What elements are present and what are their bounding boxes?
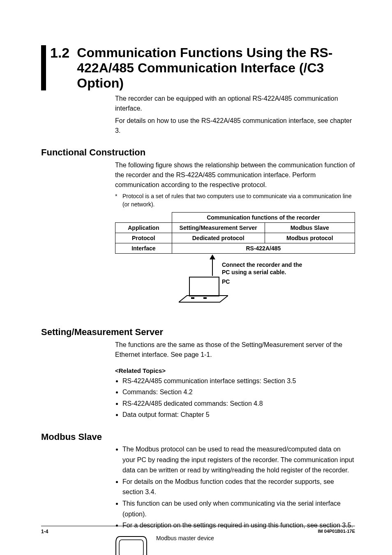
functional-body: The following figure shows the relations… bbox=[115, 160, 355, 190]
list-item: This function can be used only when comm… bbox=[122, 498, 355, 519]
diagram-pc-connection: Connect the recorder and the PC using a … bbox=[115, 254, 355, 315]
table-header-span: Communication functions of the recorder bbox=[172, 212, 355, 222]
heading-bar bbox=[41, 45, 46, 90]
master-device-icon bbox=[112, 532, 161, 555]
pc-keyboard-icon bbox=[179, 295, 228, 303]
svg-rect-1 bbox=[191, 297, 194, 299]
doc-id: IM 04P01B01-17E bbox=[318, 529, 355, 534]
connect-label: Connect the recorder and the PC using a … bbox=[222, 261, 302, 276]
pc-screen-icon bbox=[189, 277, 219, 296]
page-number: 1-4 bbox=[41, 529, 48, 534]
label-master-device: Modbus master device bbox=[156, 535, 214, 541]
list-item: RS-422A/485 dedicated commands: Section … bbox=[122, 398, 355, 409]
table-cell: RS-422A/485 bbox=[172, 243, 355, 253]
diagram-modbus: Modbus master device Data from slave dev… bbox=[115, 532, 355, 555]
section-heading: 1.2 Communication Functions Using the RS… bbox=[41, 45, 355, 90]
list-item: Commands: Section 4.2 bbox=[122, 387, 355, 398]
page-footer: 1-4 IM 04P01B01-17E bbox=[41, 526, 355, 534]
list-item: RS-422A/485 communication interface sett… bbox=[122, 376, 355, 386]
heading-setting-measurement-server: Setting/Measurement Server bbox=[41, 327, 355, 338]
connect-label-line2: PC using a serial cable. bbox=[222, 269, 286, 275]
related-topics-heading: <Related Topics> bbox=[115, 367, 355, 374]
list-item: Data output format: Chapter 5 bbox=[122, 409, 355, 420]
section-number: 1.2 bbox=[50, 45, 77, 60]
heading-functional-construction: Functional Construction bbox=[41, 147, 355, 158]
related-topics-list: RS-422A/485 communication interface sett… bbox=[115, 376, 355, 420]
table-row-label: Protocol bbox=[115, 233, 172, 243]
heading-modbus-slave: Modbus Slave bbox=[41, 432, 355, 442]
communication-table: Communication functions of the recorder … bbox=[115, 212, 355, 254]
svg-rect-2 bbox=[203, 297, 207, 299]
table-cell: Dedicated protocol bbox=[172, 233, 265, 243]
section-title: Communication Functions Using the RS-422… bbox=[77, 45, 355, 90]
footnote-star: * bbox=[115, 192, 121, 201]
list-item: The Modbus protocol can be used to read … bbox=[122, 444, 355, 476]
table-cell: Modbus Slave bbox=[265, 222, 355, 233]
setting-body: The functions are the same as those of t… bbox=[115, 340, 355, 360]
connect-label-line1: Connect the recorder and the bbox=[222, 261, 302, 268]
list-item: For details on the Modbus function codes… bbox=[122, 476, 355, 497]
footnote: * Protocol is a set of rules that two co… bbox=[115, 192, 355, 208]
table-row-label: Application bbox=[115, 222, 172, 233]
pc-label: PC bbox=[222, 278, 230, 285]
arrow-up-icon bbox=[210, 254, 215, 259]
intro-paragraph-2: For details on how to use the RS-422A/48… bbox=[115, 116, 355, 136]
table-cell: Setting/Measurement Server bbox=[172, 222, 265, 233]
modbus-bullets: The Modbus protocol can be used to read … bbox=[115, 444, 355, 531]
table-row-label: Interface bbox=[115, 243, 172, 253]
intro-paragraph-1: The recorder can be equipped with an opt… bbox=[115, 94, 355, 113]
table-cell: Modbus protocol bbox=[265, 233, 355, 243]
footnote-text: Protocol is a set of rules that two comp… bbox=[122, 192, 355, 208]
